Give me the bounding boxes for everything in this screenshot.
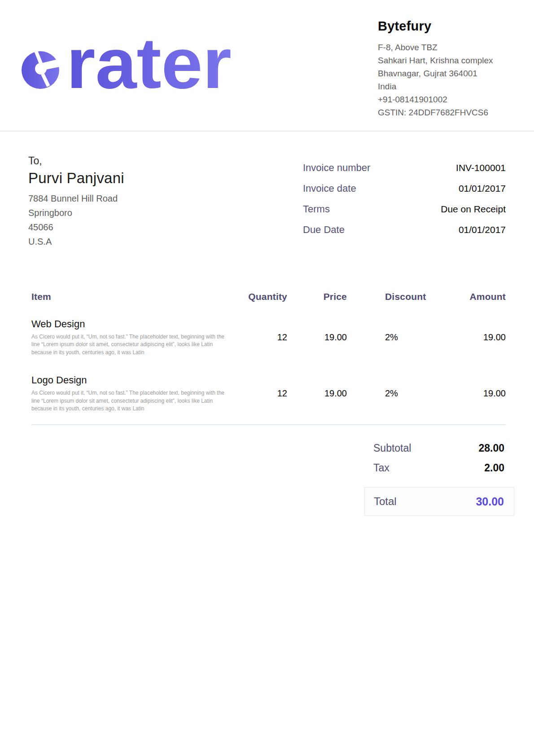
parties-section: To, Purvi Panjvani 7884 Bunnel Hill Road… — [28, 155, 506, 249]
item-quantity: 12 — [229, 388, 287, 399]
company-address-line: Bhavnagar, Gujrat 364001 — [378, 67, 516, 80]
item-discount: 2% — [347, 332, 432, 343]
items-table: Item Quantity Price Discount Amount Web … — [31, 291, 506, 413]
bill-to-block: To, Purvi Panjvani 7884 Bunnel Hill Road… — [28, 155, 124, 249]
grand-total-box: Total 30.00 — [364, 487, 514, 516]
company-address-line: Sahkari Hart, Krishna complex — [378, 54, 516, 67]
invoice-number-value: INV-100001 — [456, 163, 506, 173]
company-address-line: India — [378, 80, 516, 93]
tax-value: 2.00 — [484, 462, 504, 474]
invoice-date-label: Invoice date — [303, 183, 356, 194]
company-name: Bytefury — [378, 19, 516, 34]
logo-wordmark-text: rater — [66, 35, 232, 96]
grand-total-value: 30.00 — [476, 495, 504, 508]
invoice-header: rater Bytefury F-8, Above TBZ Sahkari Ha… — [0, 0, 534, 132]
item-amount: 19.00 — [432, 388, 506, 399]
column-header-price: Price — [287, 291, 347, 302]
item-quantity: 12 — [229, 332, 287, 343]
meta-row-invoice-date: Invoice date 01/01/2017 — [303, 183, 506, 194]
column-header-item: Item — [31, 291, 229, 302]
subtotal-value: 28.00 — [478, 442, 504, 454]
company-phone: +91-08141901002 — [378, 93, 516, 106]
tax-row: Tax 2.00 — [364, 462, 514, 474]
meta-row-terms: Terms Due on Receipt — [303, 203, 506, 215]
item-discount: 2% — [347, 388, 432, 399]
company-gstin: GSTIN: 24DDF7682FHVCS6 — [378, 106, 516, 119]
company-address: F-8, Above TBZ Sahkari Hart, Krishna com… — [378, 41, 516, 119]
customer-address-line: 7884 Bunnel Hill Road — [28, 191, 124, 206]
customer-address-line: Springboro — [28, 206, 124, 220]
column-header-amount: Amount — [432, 291, 506, 302]
item-description: As Cicero would put it, “Um, not so fast… — [31, 333, 224, 356]
meta-row-invoice-number: Invoice number INV-100001 — [303, 162, 506, 174]
table-row: Web Design As Cicero would put it, “Um, … — [31, 318, 506, 356]
subtotal-row: Subtotal 28.00 — [364, 442, 514, 454]
customer-address-line: U.S.A — [28, 234, 124, 249]
due-date-label: Due Date — [303, 224, 345, 236]
items-table-header: Item Quantity Price Discount Amount — [31, 291, 506, 302]
customer-address: 7884 Bunnel Hill Road Springboro 45066 U… — [28, 191, 124, 249]
company-address-line: F-8, Above TBZ — [378, 41, 516, 54]
item-description: As Cicero would put it, “Um, not so fast… — [31, 389, 224, 413]
totals-section: Subtotal 28.00 Tax 2.00 Total 30.00 — [364, 442, 514, 516]
item-cell: Logo Design As Cicero would put it, “Um,… — [31, 374, 229, 413]
item-price: 19.00 — [287, 332, 347, 343]
customer-name: Purvi Panjvani — [28, 170, 124, 187]
item-name: Logo Design — [31, 374, 224, 386]
crater-logo: rater — [20, 35, 236, 97]
item-cell: Web Design As Cicero would put it, “Um, … — [31, 318, 229, 356]
subtotal-label: Subtotal — [373, 442, 411, 454]
item-price: 19.00 — [287, 388, 347, 399]
invoice-page: rater Bytefury F-8, Above TBZ Sahkari Ha… — [0, 0, 534, 756]
company-block: Bytefury F-8, Above TBZ Sahkari Hart, Kr… — [378, 19, 534, 119]
crater-logo-icon: rater — [20, 35, 236, 96]
table-row: Logo Design As Cicero would put it, “Um,… — [31, 374, 506, 413]
terms-value: Due on Receipt — [441, 204, 506, 215]
grand-total-label: Total — [374, 495, 397, 508]
item-amount: 19.00 — [432, 332, 506, 343]
invoice-number-label: Invoice number — [303, 162, 370, 174]
tax-label: Tax — [373, 462, 390, 474]
terms-label: Terms — [303, 203, 330, 215]
logo-c-mark — [22, 50, 61, 89]
column-header-discount: Discount — [347, 291, 432, 302]
customer-address-line: 45066 — [28, 220, 124, 234]
item-name: Web Design — [31, 318, 224, 330]
items-divider — [31, 424, 506, 425]
due-date-value: 01/01/2017 — [459, 224, 506, 235]
invoice-date-value: 01/01/2017 — [459, 183, 506, 194]
invoice-meta: Invoice number INV-100001 Invoice date 0… — [303, 162, 506, 245]
column-header-quantity: Quantity — [229, 291, 287, 302]
to-label: To, — [28, 155, 124, 167]
meta-row-due-date: Due Date 01/01/2017 — [303, 224, 506, 236]
